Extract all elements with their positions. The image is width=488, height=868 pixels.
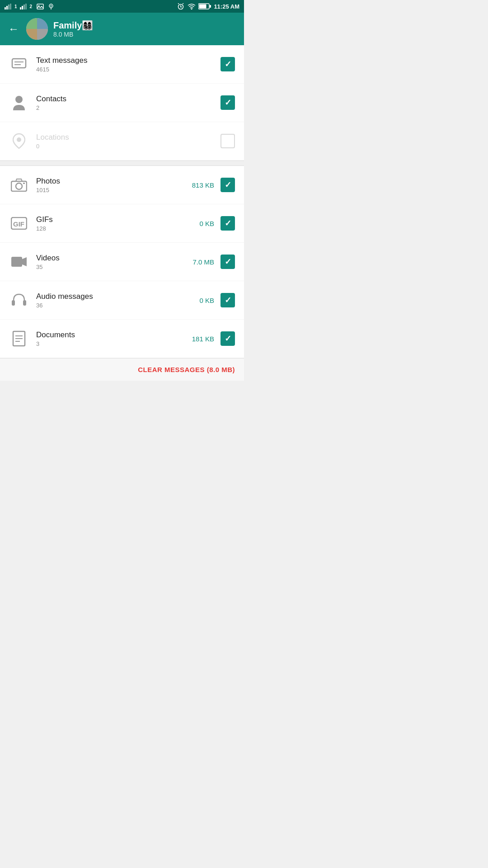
contacts-icon [9, 93, 29, 113]
signal-label-1: 1 [14, 4, 17, 9]
videos-info: Videos 35 [36, 254, 192, 270]
svg-rect-35 [23, 300, 26, 306]
photos-count: 1015 [36, 187, 192, 193]
svg-rect-1 [6, 6, 8, 9]
app-header: ← Family👩‍👩‍👧‍👦 8.0 MB [0, 13, 244, 45]
document-icon [9, 329, 29, 349]
signal-label-2: 2 [30, 4, 33, 9]
videos-count: 35 [36, 264, 192, 270]
header-info: Family👩‍👩‍👧‍👦 8.0 MB [53, 20, 238, 38]
camera-icon [9, 175, 29, 195]
svg-text:GIF: GIF [13, 220, 24, 228]
svg-rect-22 [12, 59, 26, 68]
documents-size: 181 KB [192, 335, 214, 343]
documents-label: Documents [36, 330, 192, 340]
bottom-bar: CLEAR MESSAGES (8.0 MB) [0, 358, 244, 381]
svg-rect-0 [5, 7, 6, 9]
photos-info: Photos 1015 [36, 177, 192, 193]
audio-checkmark: ✓ [225, 295, 231, 305]
list-item-documents[interactable]: Documents 3 181 KB ✓ [0, 320, 244, 358]
content-area: Text messages 4615 ✓ Contacts 2 ✓ [0, 45, 244, 358]
svg-point-28 [16, 183, 22, 189]
list-item-gifs[interactable]: GIF GIFs 128 0 KB ✓ [0, 204, 244, 243]
svg-rect-32 [11, 257, 22, 267]
contacts-checkbox[interactable]: ✓ [221, 95, 235, 110]
svg-point-11 [51, 5, 52, 6]
svg-rect-21 [210, 5, 211, 8]
svg-rect-3 [10, 4, 11, 9]
documents-checkbox[interactable]: ✓ [221, 331, 235, 346]
messages-icon [9, 54, 29, 74]
svg-rect-6 [23, 5, 25, 9]
location-pin-icon [47, 4, 55, 9]
videos-size: 7.0 MB [192, 258, 214, 266]
svg-rect-8 [37, 4, 43, 9]
alarm-icon [177, 3, 185, 9]
photos-checkbox[interactable]: ✓ [221, 178, 235, 192]
svg-rect-5 [22, 6, 23, 9]
locations-checkbox [221, 134, 235, 148]
contacts-checkmark: ✓ [225, 98, 231, 108]
documents-count: 3 [36, 340, 192, 347]
section-divider [0, 160, 244, 166]
list-item-text-messages[interactable]: Text messages 4615 ✓ [0, 45, 244, 84]
clear-messages-button[interactable]: CLEAR MESSAGES (8.0 MB) [138, 366, 235, 373]
gallery-icon [37, 4, 44, 9]
svg-point-26 [17, 137, 21, 142]
locations-label: Locations [36, 133, 221, 142]
svg-point-18 [191, 9, 192, 10]
gifs-checkmark: ✓ [225, 218, 231, 228]
list-item-photos[interactable]: Photos 1015 813 KB ✓ [0, 166, 244, 204]
signal-icon-1 [5, 4, 13, 9]
photos-label: Photos [36, 177, 192, 186]
text-messages-checkbox[interactable]: ✓ [221, 57, 235, 71]
group-size: 8.0 MB [53, 31, 238, 38]
gifs-label: GIFs [36, 215, 199, 224]
audio-size: 0 KB [199, 297, 214, 304]
group-name: Family👩‍👩‍👧‍👦 [53, 20, 238, 31]
svg-rect-4 [20, 7, 21, 9]
wifi-icon [188, 3, 196, 9]
svg-rect-34 [12, 300, 15, 306]
locations-count: 0 [36, 143, 221, 150]
contacts-info: Contacts 2 [36, 94, 221, 111]
documents-info: Documents 3 [36, 330, 192, 347]
svg-rect-7 [25, 4, 27, 9]
list-item-videos[interactable]: Videos 35 7.0 MB ✓ [0, 243, 244, 281]
svg-rect-20 [199, 5, 206, 9]
status-left: 1 2 [5, 4, 55, 9]
svg-rect-29 [23, 183, 25, 184]
list-item-locations: Locations 0 [0, 122, 244, 160]
audio-count: 36 [36, 302, 199, 309]
list-item-contacts[interactable]: Contacts 2 ✓ [0, 84, 244, 122]
group-avatar [26, 18, 48, 40]
video-icon [9, 252, 29, 272]
contacts-count: 2 [36, 104, 221, 111]
photos-checkmark: ✓ [225, 180, 231, 190]
audio-label: Audio messages [36, 292, 199, 301]
gifs-info: GIFs 128 [36, 215, 199, 232]
list-item-audio[interactable]: Audio messages 36 0 KB ✓ [0, 281, 244, 320]
videos-checkmark: ✓ [225, 257, 231, 267]
text-messages-checkmark: ✓ [225, 59, 231, 69]
time-display: 11:25 AM [214, 3, 239, 10]
videos-checkbox[interactable]: ✓ [221, 255, 235, 269]
audio-checkbox[interactable]: ✓ [221, 293, 235, 307]
gifs-size: 0 KB [199, 220, 214, 227]
svg-line-16 [178, 3, 179, 4]
battery-icon [198, 3, 211, 9]
contacts-label: Contacts [36, 94, 221, 104]
svg-rect-2 [8, 5, 9, 9]
audio-info: Audio messages 36 [36, 292, 199, 309]
gifs-checkbox[interactable]: ✓ [221, 216, 235, 231]
videos-label: Videos [36, 254, 192, 263]
status-bar: 1 2 [0, 0, 244, 13]
text-messages-label: Text messages [36, 56, 221, 65]
svg-line-17 [183, 3, 183, 4]
text-messages-info: Text messages 4615 [36, 56, 221, 73]
svg-marker-33 [22, 257, 27, 266]
photos-size: 813 KB [192, 181, 214, 189]
gifs-count: 128 [36, 225, 199, 232]
location-icon [9, 131, 29, 151]
back-button[interactable]: ← [6, 21, 21, 37]
